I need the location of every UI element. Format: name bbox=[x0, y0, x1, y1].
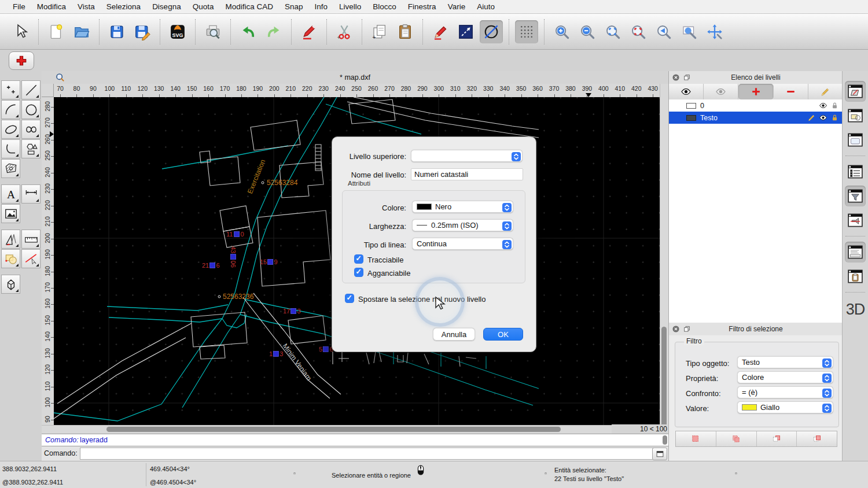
show-all-layers-button[interactable] bbox=[669, 84, 704, 99]
menu-file[interactable]: File bbox=[7, 0, 31, 14]
menu-disegna[interactable]: Disegna bbox=[146, 0, 187, 14]
measure-tool[interactable] bbox=[21, 230, 41, 249]
property-select[interactable]: Colore bbox=[737, 371, 833, 383]
vertical-scrollbar-thumb[interactable] bbox=[661, 327, 667, 431]
zoom-previous-icon[interactable] bbox=[652, 20, 675, 43]
cut-icon[interactable]: + bbox=[333, 20, 356, 43]
image-tool[interactable] bbox=[1, 204, 20, 223]
print-preview-icon[interactable] bbox=[201, 20, 225, 43]
layer-row-0[interactable]: 0 bbox=[669, 99, 843, 112]
layer-lock-icon[interactable] bbox=[830, 113, 839, 122]
box3d-tool[interactable] bbox=[1, 275, 20, 294]
edit-layer-button[interactable] bbox=[808, 84, 843, 99]
zoom-out-icon[interactable] bbox=[576, 20, 599, 43]
circle-slash-icon[interactable] bbox=[480, 20, 503, 43]
filter-select-button[interactable] bbox=[676, 431, 716, 446]
menu-livello[interactable]: Livello bbox=[333, 0, 367, 14]
snap-tool[interactable] bbox=[21, 249, 41, 268]
parcel-label[interactable]: 159 bbox=[260, 258, 278, 265]
save-as-icon[interactable] bbox=[131, 20, 154, 43]
parent-layer-select[interactable] bbox=[411, 150, 523, 162]
spline-tool[interactable] bbox=[21, 120, 41, 139]
undo-icon[interactable] bbox=[237, 20, 260, 43]
svg-export-icon[interactable]: SVG bbox=[166, 20, 189, 43]
save-icon[interactable] bbox=[105, 20, 128, 43]
render-window[interactable] bbox=[845, 210, 866, 231]
plottable-checkbox[interactable] bbox=[354, 254, 363, 264]
parcel-label[interactable]: 56 bbox=[319, 346, 333, 353]
ok-button[interactable]: OK bbox=[483, 328, 523, 341]
clipboard-window[interactable] bbox=[845, 266, 866, 287]
menu-vista[interactable]: Vista bbox=[72, 0, 101, 14]
layer-row-testo[interactable]: Testo bbox=[669, 112, 843, 124]
layer-name-input[interactable] bbox=[411, 168, 523, 180]
line-tool[interactable] bbox=[21, 80, 41, 99]
menu-quota[interactable]: Quota bbox=[187, 0, 220, 14]
linetype-select[interactable]: Continua bbox=[412, 238, 513, 250]
layer-list-window[interactable] bbox=[845, 81, 866, 102]
points-tool[interactable] bbox=[1, 80, 20, 99]
add-point-button[interactable] bbox=[9, 51, 34, 70]
add-layer-button[interactable] bbox=[738, 84, 773, 99]
block-list-window[interactable] bbox=[845, 105, 866, 126]
lineweight-select[interactable]: 0.25mm (ISO) bbox=[412, 219, 513, 231]
menu-info[interactable]: Info bbox=[309, 0, 334, 14]
edit-pencil-icon[interactable] bbox=[429, 20, 452, 43]
filter-remove-button[interactable] bbox=[757, 431, 797, 446]
shapes-tool[interactable] bbox=[21, 139, 41, 158]
modify-tool[interactable] bbox=[1, 249, 20, 268]
menu-blocco[interactable]: Blocco bbox=[367, 0, 402, 14]
vertical-scrollbar[interactable] bbox=[660, 84, 668, 434]
redo-icon[interactable] bbox=[262, 20, 285, 43]
parcel-label[interactable]: 173 bbox=[283, 308, 301, 315]
layer-lock-icon[interactable] bbox=[830, 101, 839, 110]
layer-edit-icon[interactable] bbox=[807, 113, 816, 122]
circle-tool[interactable] bbox=[21, 100, 41, 119]
parcel-label[interactable]: 13 bbox=[269, 350, 283, 357]
draw-pencil-icon[interactable] bbox=[297, 20, 321, 43]
polyline-tool[interactable] bbox=[1, 139, 20, 158]
layer-visible-icon[interactable] bbox=[819, 101, 827, 110]
menu-finestra[interactable]: Finestra bbox=[402, 0, 442, 14]
comparison-select[interactable]: = (è) bbox=[737, 386, 833, 398]
value-select[interactable]: Giallo bbox=[737, 401, 833, 413]
command-options-button[interactable] bbox=[652, 448, 667, 460]
hatch-tool[interactable] bbox=[1, 159, 20, 178]
zoom-selection-icon[interactable] bbox=[627, 20, 650, 43]
remove-layer-button[interactable] bbox=[774, 84, 808, 99]
menu-aiuto[interactable]: Aiuto bbox=[471, 0, 501, 14]
text-tool[interactable]: A bbox=[1, 184, 20, 204]
arc-tool[interactable] bbox=[1, 100, 20, 119]
ortho-icon[interactable] bbox=[454, 20, 477, 43]
menu-modifica-cad[interactable]: Modifica CAD bbox=[219, 0, 279, 14]
pointer-icon[interactable] bbox=[9, 20, 32, 43]
command-line-window[interactable] bbox=[845, 242, 866, 263]
document-title-bar[interactable]: * map.dxf bbox=[42, 71, 668, 84]
menu-modifica[interactable]: Modifica bbox=[31, 0, 72, 14]
menu-varie[interactable]: Varie bbox=[442, 0, 472, 14]
command-input[interactable] bbox=[80, 448, 656, 460]
pan-icon[interactable] bbox=[703, 20, 726, 43]
view-list-window[interactable] bbox=[845, 130, 866, 150]
move-selection-checkbox[interactable] bbox=[345, 294, 354, 303]
ellipse-tool[interactable] bbox=[1, 120, 20, 139]
selection-filter-window[interactable] bbox=[845, 186, 866, 206]
property-list-window[interactable] bbox=[845, 161, 866, 182]
parcel-label[interactable]: 110 bbox=[226, 231, 244, 238]
parcel-label[interactable]: 216 bbox=[202, 262, 220, 269]
parcel-label[interactable]: 4306 bbox=[230, 246, 237, 268]
copy-icon[interactable]: + bbox=[368, 20, 391, 43]
color-select[interactable]: Nero bbox=[412, 201, 513, 213]
zoom-in-icon[interactable] bbox=[550, 20, 573, 43]
grid-icon[interactable] bbox=[515, 20, 538, 43]
object-type-select[interactable]: Testo bbox=[737, 356, 833, 368]
horizontal-scrollbar-thumb[interactable] bbox=[106, 427, 561, 432]
snappable-checkbox[interactable] bbox=[354, 268, 363, 277]
new-file-icon[interactable] bbox=[45, 20, 68, 43]
filter-add-button[interactable] bbox=[716, 431, 757, 446]
horizontal-scrollbar[interactable] bbox=[42, 425, 660, 434]
hide-all-layers-button[interactable] bbox=[704, 84, 738, 99]
menu-snap[interactable]: Snap bbox=[279, 0, 309, 14]
cancel-button[interactable]: Annulla bbox=[433, 328, 475, 341]
menu-seleziona[interactable]: Seleziona bbox=[101, 0, 146, 14]
